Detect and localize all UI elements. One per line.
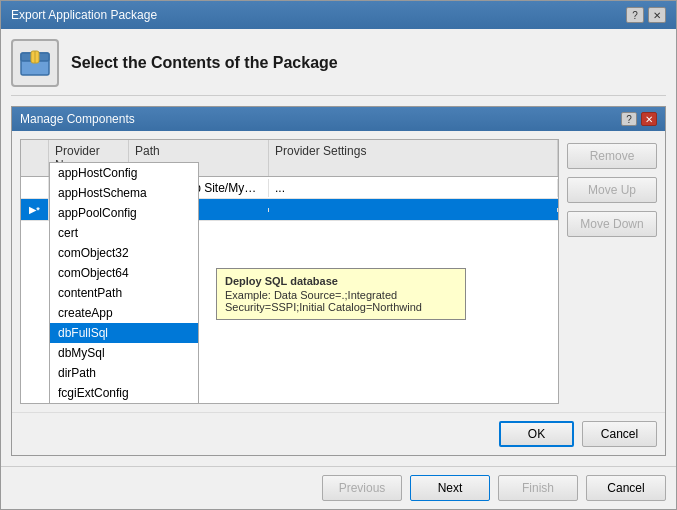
outer-title-bar: Export Application Package ? ✕ xyxy=(1,1,676,29)
inner-dialog: Manage Components ? ✕ Provider Name Path… xyxy=(11,106,666,456)
dropdown-item-appHostSchema[interactable]: appHostSchema xyxy=(50,183,198,203)
dropdown-list: appHostConfig appHostSchema appPoolConfi… xyxy=(49,162,199,404)
dropdown-item-cert[interactable]: cert xyxy=(50,223,198,243)
right-buttons: Remove Move Up Move Down xyxy=(567,139,657,404)
finish-button[interactable]: Finish xyxy=(498,475,578,501)
inner-body: Provider Name Path Provider Settings iis… xyxy=(12,131,665,412)
outer-bottom-nav: Previous Next Finish Cancel xyxy=(1,466,676,509)
outer-cancel-button[interactable]: Cancel xyxy=(586,475,666,501)
inner-dialog-title: Manage Components xyxy=(20,112,135,126)
tooltip-title: Deploy SQL database xyxy=(225,275,457,287)
tooltip-description: Example: Data Source=.;Integrated Securi… xyxy=(225,289,457,313)
outer-help-button[interactable]: ? xyxy=(626,7,644,23)
new-row-indicator: ▶* xyxy=(21,199,49,220)
dropdown-item-dbMySql[interactable]: dbMySql xyxy=(50,343,198,363)
inner-bottom-buttons: OK Cancel xyxy=(12,412,665,455)
next-button[interactable]: Next xyxy=(410,475,490,501)
outer-dialog-title: Export Application Package xyxy=(11,8,157,22)
th-provider-settings: Provider Settings xyxy=(269,140,558,176)
dropdown-item-comObject64[interactable]: comObject64 xyxy=(50,263,198,283)
row-settings: ... xyxy=(269,179,558,197)
tooltip-box: Deploy SQL database Example: Data Source… xyxy=(216,268,466,320)
dropdown-item-comObject32[interactable]: comObject32 xyxy=(50,243,198,263)
ok-button[interactable]: OK xyxy=(499,421,574,447)
dropdown-item-appHostConfig[interactable]: appHostConfig xyxy=(50,163,198,183)
inner-cancel-button[interactable]: Cancel xyxy=(582,421,657,447)
dropdown-item-dirPath[interactable]: dirPath xyxy=(50,363,198,383)
outer-dialog: Export Application Package ? ✕ Select th… xyxy=(0,0,677,510)
remove-button[interactable]: Remove xyxy=(567,143,657,169)
move-down-button[interactable]: Move Down xyxy=(567,211,657,237)
new-row-settings xyxy=(269,208,558,212)
outer-header-text: Select the Contents of the Package xyxy=(71,54,338,72)
dropdown-item-contentPath[interactable]: contentPath xyxy=(50,283,198,303)
previous-button[interactable]: Previous xyxy=(322,475,402,501)
th-indicator xyxy=(21,140,49,176)
components-table: Provider Name Path Provider Settings iis… xyxy=(20,139,559,404)
dropdown-item-appPoolConfig[interactable]: appPoolConfig xyxy=(50,203,198,223)
package-icon xyxy=(11,39,59,87)
move-up-button[interactable]: Move Up xyxy=(567,177,657,203)
outer-title-bar-buttons: ? ✕ xyxy=(626,7,666,23)
row-indicator xyxy=(21,177,49,198)
outer-body: Select the Contents of the Package Manag… xyxy=(1,29,676,466)
dropdown-item-filePath[interactable]: filePath xyxy=(50,403,198,404)
dropdown-item-fcgiExtConfig[interactable]: fcgiExtConfig xyxy=(50,383,198,403)
inner-title-buttons: ? ✕ xyxy=(621,112,657,126)
inner-help-button[interactable]: ? xyxy=(621,112,637,126)
dropdown-item-createApp[interactable]: createApp xyxy=(50,303,198,323)
dropdown-item-dbFullSql[interactable]: dbFullSql xyxy=(50,323,198,343)
outer-header: Select the Contents of the Package xyxy=(11,39,666,96)
inner-close-button[interactable]: ✕ xyxy=(641,112,657,126)
inner-title-bar: Manage Components ? ✕ xyxy=(12,107,665,131)
outer-close-button[interactable]: ✕ xyxy=(648,7,666,23)
